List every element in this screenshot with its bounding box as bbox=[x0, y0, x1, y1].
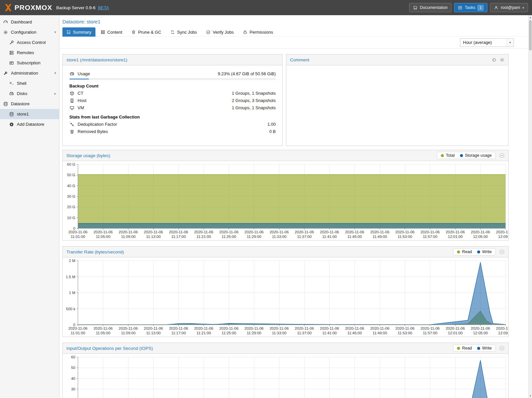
svg-text:12:05:00: 12:05:00 bbox=[473, 235, 488, 239]
sidebar-item-configuration[interactable]: Configuration ▾ bbox=[0, 27, 59, 37]
legend-item-write[interactable]: Write bbox=[477, 346, 492, 350]
row-label: Host bbox=[78, 98, 87, 103]
timeframe-select[interactable]: Hour (average) ▾ bbox=[460, 38, 514, 47]
svg-text:2020-11-06: 2020-11-06 bbox=[320, 230, 339, 234]
svg-text:11:53:00: 11:53:00 bbox=[398, 331, 412, 335]
documentation-button[interactable]: Documentation bbox=[409, 3, 451, 12]
sidebar-item-dashboard[interactable]: Dashboard bbox=[0, 17, 59, 27]
sidebar-item-subscription[interactable]: Subscription bbox=[0, 58, 59, 68]
sidebar-item-disks[interactable]: Disks ▸ bbox=[0, 88, 59, 99]
sidebar-item-remotes[interactable]: Remotes bbox=[0, 48, 59, 58]
tab-label: Prune & GC bbox=[138, 30, 161, 35]
row-label: Removed Bytes bbox=[78, 129, 108, 134]
caret-right-icon: ▸ bbox=[54, 91, 56, 96]
collapse-chart-icon[interactable] bbox=[499, 249, 505, 254]
sidebar-item-store1[interactable]: store1 bbox=[0, 109, 59, 119]
proxmox-logo: PROXMOX bbox=[4, 3, 52, 12]
svg-text:2020-11-06: 2020-11-06 bbox=[496, 230, 508, 234]
tasks-button[interactable]: Tasks 1 bbox=[454, 3, 487, 12]
chart-legend: Total Storage usage bbox=[437, 152, 496, 159]
row-value: 2 Groups, 3 Snapshots bbox=[232, 98, 276, 103]
gear-icon[interactable] bbox=[500, 57, 505, 62]
user-menu-button[interactable]: root@pam ▾ bbox=[490, 3, 528, 12]
legend-dot bbox=[441, 154, 444, 157]
svg-text:10 G: 10 G bbox=[67, 216, 75, 220]
sidebar: Dashboard Configuration ▾ Access Control… bbox=[0, 15, 59, 398]
usage-progress-bar bbox=[69, 78, 276, 80]
svg-text:2020-11-06: 2020-11-06 bbox=[295, 326, 314, 330]
svg-text:2020-11-06: 2020-11-06 bbox=[169, 326, 188, 330]
svg-text:2 M: 2 M bbox=[69, 259, 75, 263]
comment-panel-title: Comment bbox=[290, 57, 309, 62]
tab-permissions[interactable]: Permissions bbox=[239, 27, 277, 37]
tab-sync-jobs[interactable]: Sync Jobs bbox=[166, 27, 201, 37]
beta-link[interactable]: BETA bbox=[98, 5, 109, 10]
svg-text:11:05:00: 11:05:00 bbox=[96, 235, 110, 239]
building-icon bbox=[69, 98, 75, 103]
tab-prune-gc[interactable]: Prune & GC bbox=[127, 27, 165, 37]
legend-dot bbox=[460, 154, 463, 157]
svg-text:60 G: 60 G bbox=[67, 162, 75, 166]
scroll-down-arrow[interactable]: ▼ bbox=[529, 394, 532, 398]
legend-item-write[interactable]: Write bbox=[477, 249, 492, 254]
collapse-chart-icon[interactable] bbox=[499, 153, 505, 158]
comment-panel: Comment bbox=[286, 54, 509, 146]
scroll-up-arrow[interactable]: ▲ bbox=[529, 15, 532, 19]
product-name: PROXMOX bbox=[15, 4, 52, 12]
svg-text:2020-11-06: 2020-11-06 bbox=[395, 230, 414, 234]
svg-text:2020-11-06: 2020-11-06 bbox=[68, 326, 88, 330]
svg-text:2020-11-06: 2020-11-06 bbox=[119, 230, 138, 234]
host-row: Host 2 Groups, 3 Snapshots bbox=[69, 97, 276, 104]
svg-text:2020-11-06: 2020-11-06 bbox=[345, 230, 364, 234]
sidebar-item-add-datastore[interactable]: Add Datastore bbox=[0, 119, 59, 129]
tab-label: Sync Jobs bbox=[177, 30, 197, 35]
tab-summary[interactable]: Summary bbox=[62, 27, 95, 37]
svg-text:2020-11-06: 2020-11-06 bbox=[446, 230, 465, 234]
datastore-panel-title: store1 (/mnt/datastores/store1) bbox=[66, 57, 127, 62]
svg-text:11:17:00: 11:17:00 bbox=[171, 235, 186, 239]
svg-text:12:09:00: 12:09:00 bbox=[498, 235, 508, 239]
sidebar-item-label: Add Datastore bbox=[17, 122, 44, 127]
sidebar-item-label: Shell bbox=[17, 81, 26, 86]
svg-text:11:21:00: 11:21:00 bbox=[196, 331, 211, 335]
legend-item-read[interactable]: Read bbox=[457, 346, 472, 350]
svg-text:30 G: 30 G bbox=[67, 194, 75, 198]
usage-value: 9.23% (4.67 GiB of 50.56 GiB) bbox=[218, 71, 276, 76]
hdd-icon bbox=[9, 91, 14, 96]
svg-text:50 G: 50 G bbox=[67, 173, 75, 177]
tab-label: Verify Jobs bbox=[213, 30, 234, 35]
legend-item-storage-usage[interactable]: Storage usage bbox=[460, 153, 492, 158]
svg-text:2020-11-06: 2020-11-06 bbox=[370, 326, 389, 330]
legend-item-read[interactable]: Read bbox=[457, 249, 472, 254]
scrollbar-thumb[interactable] bbox=[529, 20, 532, 50]
storage-usage-panel-header: Storage usage (bytes) Total Storage usag… bbox=[63, 150, 508, 161]
combo-caret-icon[interactable]: ▾ bbox=[506, 39, 514, 47]
reload-icon[interactable] bbox=[492, 57, 497, 62]
tab-verify-jobs[interactable]: Verify Jobs bbox=[202, 27, 238, 37]
legend-item-total[interactable]: Total bbox=[441, 153, 454, 158]
dedup-row: Deduplication Factor 1.00 bbox=[69, 121, 276, 127]
user-label: root@pam bbox=[501, 5, 520, 10]
tab-content[interactable]: Content bbox=[97, 27, 126, 37]
trash-icon bbox=[69, 129, 75, 134]
tab-label: Permissions bbox=[250, 30, 273, 35]
tab-bar: Summary Content Prune & GC Sync Jobs Ver… bbox=[59, 27, 532, 37]
svg-text:2020-11-06: 2020-11-06 bbox=[244, 230, 264, 234]
sidebar-item-shell[interactable]: >_ Shell bbox=[0, 78, 59, 88]
svg-text:2020-11-06: 2020-11-06 bbox=[269, 326, 289, 330]
svg-text:12:01:00: 12:01:00 bbox=[448, 235, 463, 239]
svg-text:2020-11-06: 2020-11-06 bbox=[219, 326, 238, 330]
collapse-chart-icon[interactable] bbox=[499, 346, 505, 351]
svg-text:2020-11-06: 2020-11-06 bbox=[144, 326, 163, 330]
documentation-label: Documentation bbox=[420, 5, 447, 10]
sidebar-item-access-control[interactable]: Access Control bbox=[0, 37, 59, 48]
svg-text:20 G: 20 G bbox=[67, 205, 75, 209]
row-label: CT bbox=[78, 91, 83, 96]
vertical-scrollbar: ▲ ▼ bbox=[528, 15, 532, 398]
svg-text:11:37:00: 11:37:00 bbox=[297, 331, 312, 335]
sidebar-item-datastore[interactable]: Datastore bbox=[0, 99, 59, 109]
legend-dot bbox=[457, 347, 460, 350]
compress-icon bbox=[69, 122, 75, 127]
sidebar-item-administration[interactable]: Administration ▾ bbox=[0, 68, 59, 78]
removed-bytes-row: Removed Bytes 0 B bbox=[69, 128, 276, 135]
